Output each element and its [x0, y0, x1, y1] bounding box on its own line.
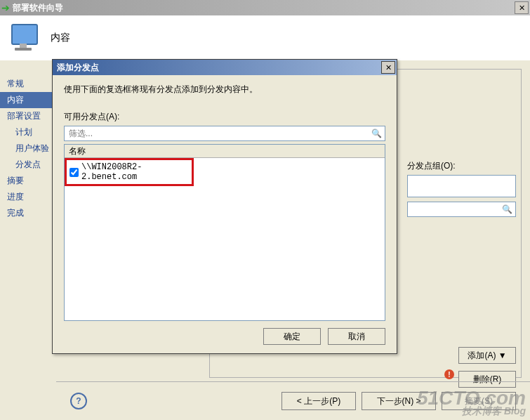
dp-listbox[interactable]: 名称 \\WIN2008R2-2.benet.com	[64, 144, 385, 321]
sidebar-item-summary[interactable]: 摘要	[0, 173, 56, 189]
header-row: 内容	[0, 15, 530, 60]
column-header-name[interactable]: 名称	[65, 145, 385, 158]
next-button[interactable]: 下一步(N) >	[362, 392, 436, 410]
dp-group-filter[interactable]: 🔍	[407, 202, 516, 217]
help-icon[interactable]: ?	[70, 393, 87, 409]
prev-button[interactable]: < 上一步(P)	[281, 392, 356, 410]
filter-input[interactable]	[67, 128, 371, 139]
sidebar-item-content[interactable]: 内容	[0, 92, 56, 108]
computer-icon	[10, 22, 41, 53]
dp-name: \\WIN2008R2-2.benet.com	[81, 162, 190, 182]
sidebar-item-complete[interactable]: 完成	[0, 205, 56, 221]
main-window-title: 部署软件向导	[13, 2, 515, 14]
dialog-body: 使用下面的复选框将现有分发点添加到分发内容中。 可用分发点(A): 🔍 名称 \…	[53, 75, 397, 329]
page-title: 内容	[51, 32, 70, 44]
sidebar-item-distribution-points[interactable]: 分发点	[0, 157, 56, 173]
dialog-description: 使用下面的复选框将现有分发点添加到分发内容中。	[64, 84, 385, 96]
dialog-title: 添加分发点	[54, 62, 381, 74]
list-item[interactable]: \\WIN2008R2-2.benet.com	[65, 158, 194, 186]
main-close-button[interactable]: ✕	[515, 1, 529, 14]
dialog-close-button[interactable]: ✕	[381, 61, 395, 74]
search-icon: 🔍	[371, 129, 382, 138]
dp-group-list[interactable]	[407, 175, 516, 197]
summary-button[interactable]: 摘要(S)	[442, 392, 516, 410]
add-dp-dialog: 添加分发点 ✕ 使用下面的复选框将现有分发点添加到分发内容中。 可用分发点(A)…	[52, 59, 397, 354]
sidebar-item-deploy-settings[interactable]: 部署设置	[0, 108, 56, 124]
search-icon: 🔍	[502, 204, 512, 214]
sidebar-item-progress[interactable]: 进度	[0, 189, 56, 205]
cancel-button[interactable]: 取消	[328, 328, 385, 345]
dp-group-label: 分发点组(O):	[407, 160, 516, 172]
bottom-bar: ? < 上一步(P) 下一步(N) > 摘要(S)	[56, 381, 530, 420]
dialog-titlebar: 添加分发点 ✕	[53, 60, 397, 75]
wizard-icon: ➔	[1, 2, 10, 13]
dialog-buttons: 确定 取消	[256, 328, 385, 345]
available-dp-label: 可用分发点(A):	[64, 111, 385, 123]
filter-input-row[interactable]: 🔍	[64, 126, 385, 141]
error-icon: !	[444, 369, 454, 379]
wizard-sidebar: 常规 内容 部署设置 计划 用户体验 分发点 摘要 进度 完成	[0, 69, 56, 420]
ok-button[interactable]: 确定	[263, 328, 321, 345]
main-titlebar: ➔ 部署软件向导 ✕	[0, 0, 530, 15]
sidebar-item-user-experience[interactable]: 用户体验	[0, 140, 56, 157]
add-button[interactable]: 添加(A) ▼	[458, 347, 516, 364]
dp-checkbox[interactable]	[69, 168, 79, 177]
sidebar-item-schedule[interactable]: 计划	[0, 124, 56, 140]
sidebar-item-general[interactable]: 常规	[0, 76, 56, 92]
wizard-window: ➔ 部署软件向导 ✕ 内容 常规 内容 部署设置 计划 用户体验 分发点 摘要 …	[0, 0, 530, 420]
right-panel: 分发点组(O): 🔍	[407, 160, 516, 221]
